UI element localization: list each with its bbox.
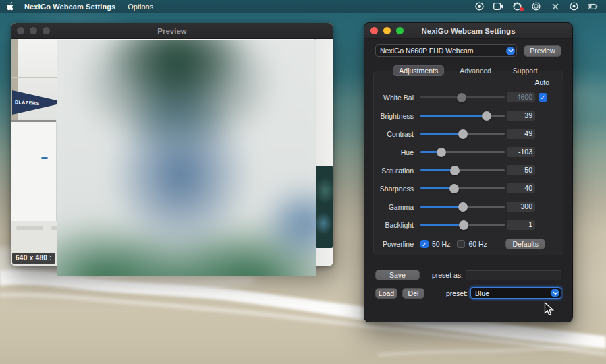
slider-label: Sharpness [378,185,414,193]
slider-value[interactable]: 300 [507,202,535,212]
slider-value[interactable]: 50 [507,165,535,175]
preview-window: Preview BLAZERS 640 x 480 : [11,23,333,266]
preview-window-titlebar[interactable]: Preview [11,23,333,39]
save-preset-row: Save preset as: [375,270,561,280]
preset-name-input[interactable] [466,270,561,280]
slider-row-contrast: Contrast 49 [374,125,563,143]
powerline-50hz-label: 50 Hz [432,240,450,248]
apple-menu-icon[interactable] [7,2,15,11]
slider-label: Brightness [378,112,414,120]
preset-label: preset: [427,289,468,297]
del-button[interactable]: Del [402,288,424,299]
slider-value[interactable]: 39 [507,111,535,121]
circled-dot-icon[interactable] [569,2,579,11]
powerline-60hz-checkbox[interactable]: ✓ [457,240,465,248]
slider-handle[interactable] [437,148,446,157]
preset-select[interactable]: Blue [470,287,561,299]
slider-handle[interactable] [457,93,466,102]
poster [316,166,333,248]
auto-checkbox[interactable]: ✓ [539,93,547,102]
blazers-pennant: BLAZERS [12,90,57,115]
pennant-text: BLAZERS [15,100,40,106]
slider-handle[interactable] [458,202,468,212]
circled-grid-icon[interactable] [531,2,541,11]
device-select[interactable]: NexiGo N660P FHD Webcam [375,44,517,57]
settings-window: NexiGo Webcam Settings NexiGo N660P FHD … [364,22,573,322]
slider-value[interactable]: 1 [507,220,535,230]
whiteboard [11,120,56,221]
webcam-video-feed: BLAZERS 640 x 480 : [11,39,333,266]
blurred-person [57,40,316,276]
slider-value[interactable]: -103 [507,147,535,157]
x-tool-icon[interactable] [550,2,560,11]
menu-bar: NexiGo Webcam Settings Options [0,0,606,13]
resolution-badge: 640 x 480 : [12,253,55,264]
chevron-down-icon [551,289,559,297]
mouse-cursor [544,302,555,317]
slider-handle[interactable] [482,111,491,121]
slider-label: Backlight [378,221,414,229]
tab-advanced[interactable]: Advanced [453,65,497,76]
brightness-slider[interactable] [420,111,505,121]
slider-row-sharpness: Sharpness 40 [374,179,563,198]
marker-stroke [41,157,48,159]
preview-window-title: Preview [11,27,333,35]
slider-value[interactable]: 49 [507,129,535,139]
settings-window-titlebar[interactable]: NexiGo Webcam Settings [364,23,572,39]
chevron-down-icon [506,47,515,55]
white-bal-slider[interactable] [420,93,505,102]
menubar-options[interactable]: Options [128,3,153,11]
slider-row-white-bal: White Bal 4600 ✓ [374,88,563,107]
slider-row-hue: Hue -103 [374,143,563,161]
adjustments-panel: Auto White Bal 4600 ✓ Brightness 39 Cont… [373,71,563,255]
slider-row-saturation: Saturation 50 [374,161,563,179]
hue-slider[interactable] [420,148,505,157]
slider-row-brightness: Brightness 39 [374,107,563,125]
slider-handle[interactable] [450,166,460,175]
meeting-red-badge-icon[interactable] [512,2,522,11]
slider-value[interactable]: 4600 [507,92,535,102]
device-select-value: NexiGo N660P FHD Webcam [380,47,474,55]
notification-badge [520,7,524,11]
tab-adjustments[interactable]: Adjustments [393,65,444,76]
record-icon[interactable] [474,2,485,11]
preset-select-value: Blue [475,289,489,297]
powerline-50hz-checkbox[interactable]: ✓ [420,240,429,248]
load-button[interactable]: Load [375,288,397,299]
slider-handle[interactable] [458,129,468,139]
saturation-slider[interactable] [420,166,505,175]
tab-support[interactable]: Support [507,65,544,76]
slider-label: Contrast [378,130,414,138]
slider-label: Gamma [378,203,414,211]
menubar-app-name[interactable]: NexiGo Webcam Settings [24,3,115,11]
settings-window-title: NexiGo Webcam Settings [364,27,572,35]
slider-row-backlight: Backlight 1 [374,216,563,234]
powerline-label: Powerline [378,240,414,248]
slider-row-gamma: Gamma 300 [374,198,563,216]
auto-label: Auto [374,78,563,88]
gamma-slider[interactable] [420,202,505,212]
preview-button[interactable]: Preview [524,45,561,57]
powerline-row: Powerline ✓ 50 Hz ✓ 60 Hz Defaults [374,239,563,249]
battery-icon[interactable] [588,2,598,11]
menubar-status-icons [474,2,598,11]
tab-bar: Adjustments Advanced Support [364,65,572,76]
powerline-60hz-label: 60 Hz [468,240,487,248]
load-preset-row: Load Del preset: Blue [375,287,561,299]
slider-handle[interactable] [459,220,468,230]
video-camera-icon[interactable] [493,2,503,11]
sharpness-slider[interactable] [420,184,505,193]
contrast-slider[interactable] [420,129,505,139]
slider-value[interactable]: 40 [507,183,535,193]
slider-label: Saturation [378,166,414,175]
preset-as-label: preset as: [422,271,463,279]
slider-label: White Bal [378,94,414,102]
save-button[interactable]: Save [375,270,420,280]
blur-art [57,40,316,276]
slider-handle[interactable] [449,184,459,193]
backlight-slider[interactable] [420,220,505,230]
defaults-button[interactable]: Defaults [505,239,545,249]
slider-label: Hue [378,148,414,156]
